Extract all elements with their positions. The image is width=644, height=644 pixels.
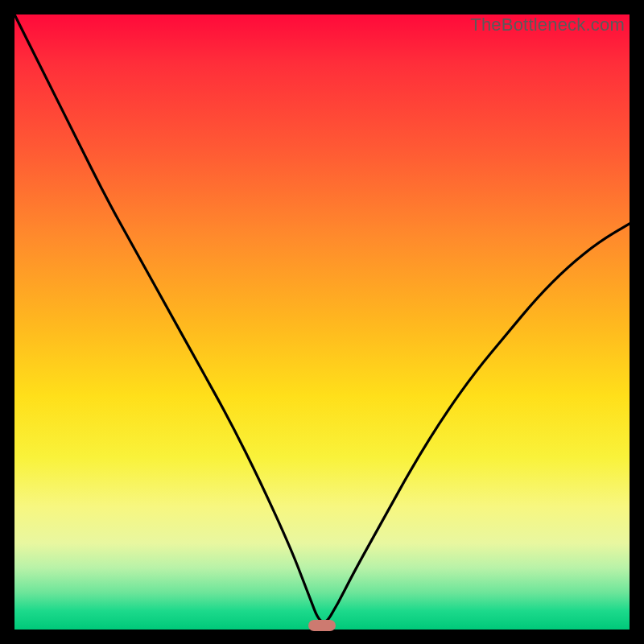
chart-frame: TheBottleneck.com	[0, 0, 644, 644]
bottleneck-curve	[14, 14, 630, 630]
optimum-marker	[308, 620, 336, 631]
plot-area: TheBottleneck.com	[14, 14, 630, 630]
